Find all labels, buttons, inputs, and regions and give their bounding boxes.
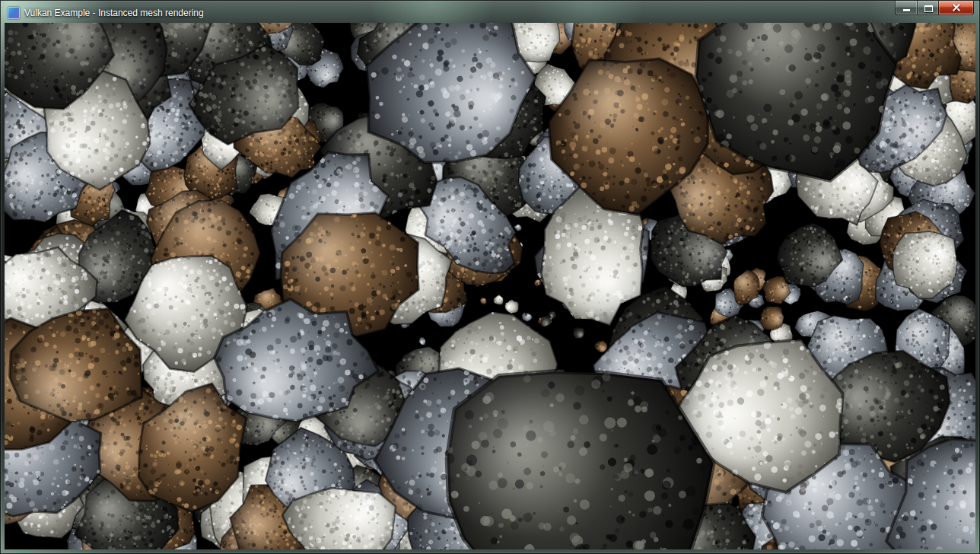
viewport-frame bbox=[0, 23, 980, 549]
maximize-button[interactable] bbox=[917, 1, 938, 15]
app-window: Vulkan Example - Instanced mesh renderin… bbox=[0, 0, 980, 554]
titlebar[interactable]: Vulkan Example - Instanced mesh renderin… bbox=[0, 0, 980, 23]
maximize-icon bbox=[924, 5, 933, 12]
minimize-icon bbox=[903, 9, 910, 11]
caption-buttons bbox=[895, 1, 974, 15]
close-icon bbox=[951, 2, 962, 13]
window-title: Vulkan Example - Instanced mesh renderin… bbox=[24, 7, 204, 19]
minimize-button[interactable] bbox=[895, 1, 917, 15]
app-icon[interactable] bbox=[8, 7, 20, 19]
render-viewport[interactable] bbox=[5, 23, 975, 549]
close-button[interactable] bbox=[938, 1, 974, 15]
